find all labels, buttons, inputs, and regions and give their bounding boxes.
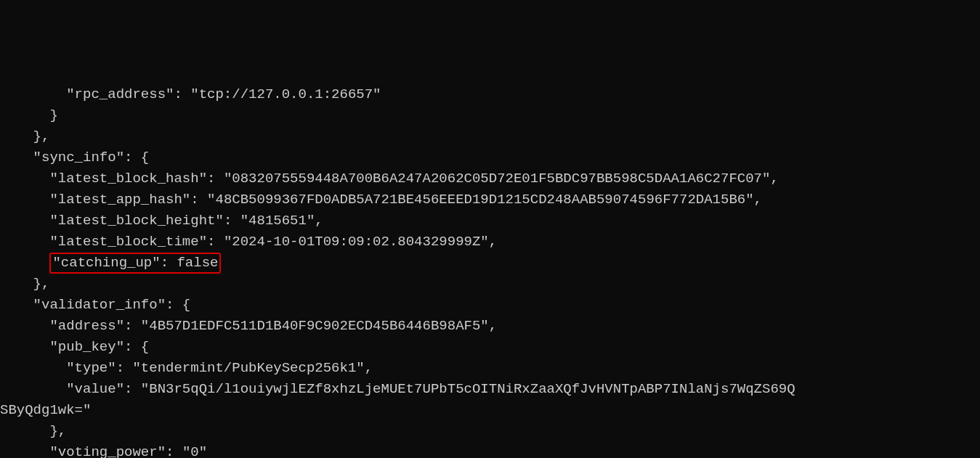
json-key: "rpc_address" [66,86,174,102]
terminal-output[interactable]: "rpc_address": "tcp://127.0.0.1:26657" }… [0,84,980,458]
json-value: "tendermint/PubKeySecp256k1" [132,360,364,376]
json-key: "validator_info" [33,297,166,313]
json-key: "latest_app_hash" [49,192,190,208]
json-value: "0" [182,444,207,458]
json-key: "address" [49,318,124,334]
json-value: false [177,255,218,271]
json-key: "latest_block_height" [49,213,223,229]
json-key: "voting_power" [49,444,166,458]
json-value: "BN3r5qQi/l1ouiywjlEZf8xhzLjeMUEt7UPbT5c… [141,381,795,397]
json-key: "latest_block_time" [49,234,207,250]
highlighted-catching-up: "catching_up": false [49,253,221,274]
json-key: "sync_info" [33,150,124,165]
json-key: "catching_up" [52,255,160,271]
json-value: "4B57D1EDFC511D1B40F9C902ECD45B6446B98AF… [141,318,489,334]
json-value: "0832075559448A700B6A247A2062C05D72E01F5… [224,171,771,187]
json-key: "pub_key" [49,339,124,355]
json-key: "latest_block_hash" [49,171,207,187]
json-value: "2024-10-01T09:09:02.804329999Z" [224,234,489,250]
json-key: "value" [66,381,124,397]
json-value-wrap: SByQdg1wk=" [0,402,91,418]
json-key: "type" [66,360,116,376]
json-value: "4815651" [240,213,315,229]
json-value: "48CB5099367FD0ADB5A721BE456EEED19D1215C… [207,192,754,208]
json-value: "tcp://127.0.0.1:26657" [190,86,381,102]
